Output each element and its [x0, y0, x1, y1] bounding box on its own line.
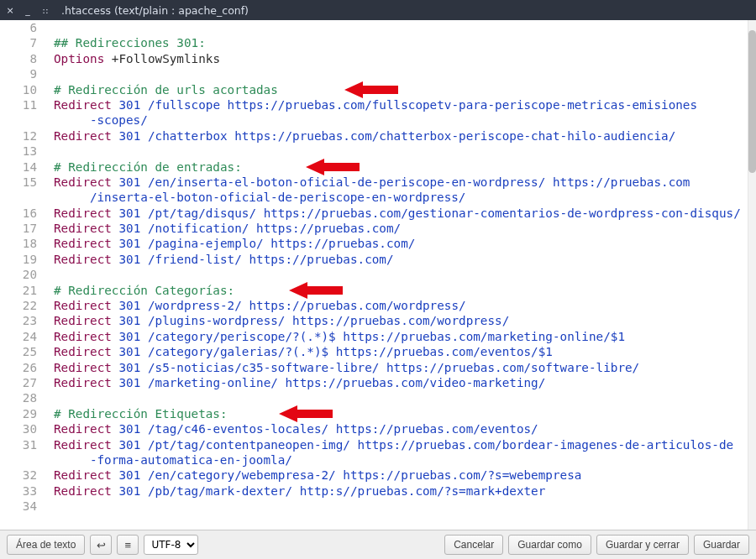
- code-line[interactable]: Redirect 301 /plugins-wordpress/ https:/…: [54, 313, 748, 328]
- code-line[interactable]: [54, 66, 748, 81]
- code-line[interactable]: # Redirección de entradas:: [54, 159, 748, 175]
- code-line[interactable]: [54, 20, 748, 35]
- code-line[interactable]: Redirect 301 /pt/tag/contentpaneopen-img…: [54, 437, 748, 452]
- annotation-arrow-icon: [279, 405, 333, 422]
- line-number: 8: [0, 51, 37, 66]
- code-line[interactable]: Redirect 301 /category/periscope/?(.*)$ …: [54, 329, 748, 344]
- line-number: 26: [0, 360, 37, 375]
- code-line[interactable]: Redirect 301 /pt/tag/disqus/ https://pru…: [54, 206, 748, 221]
- line-number: [0, 190, 37, 205]
- maximize-icon[interactable]: ::: [40, 5, 50, 15]
- line-number: 19: [0, 252, 37, 267]
- svg-marker-3: [279, 405, 333, 422]
- code-line[interactable]: ## Redirecciones 301:: [54, 35, 748, 50]
- wrap-toggle-icon[interactable]: ↩: [90, 535, 112, 555]
- code-line[interactable]: [54, 267, 748, 282]
- code-line[interactable]: Redirect 301 /pb/tag/mark-dexter/ http:s…: [54, 483, 748, 499]
- code-line[interactable]: Redirect 301 /fullscope https://pruebas.…: [54, 97, 748, 112]
- code-line[interactable]: -forma-automatica-en-joomla/: [54, 452, 748, 468]
- line-number: [0, 112, 37, 128]
- line-number: 32: [0, 468, 37, 483]
- close-icon[interactable]: ×: [5, 5, 15, 15]
- line-number: 18: [0, 236, 37, 251]
- minimize-icon[interactable]: _: [23, 5, 33, 15]
- line-number: 9: [0, 66, 37, 81]
- line-number: 10: [0, 82, 37, 97]
- code-line[interactable]: Redirect 301 /s5-noticias/c35-software-l…: [54, 360, 748, 375]
- code-line[interactable]: Redirect 301 /friend-list/ https://prueb…: [54, 252, 748, 267]
- svg-marker-1: [306, 159, 360, 175]
- line-number: 7: [0, 35, 37, 50]
- line-number: 15: [0, 175, 37, 190]
- save-as-button[interactable]: Guardar como: [508, 535, 591, 555]
- line-number: 12: [0, 128, 37, 144]
- save-close-button[interactable]: Guardar y cerrar: [596, 535, 689, 555]
- line-number: 27: [0, 375, 37, 390]
- line-number: 14: [0, 159, 37, 175]
- text-area-button[interactable]: Área de texto: [7, 535, 85, 555]
- line-number: 24: [0, 329, 37, 344]
- line-number: 16: [0, 206, 37, 221]
- line-number: 33: [0, 483, 37, 499]
- line-number: 25: [0, 344, 37, 359]
- code-line[interactable]: Options +FollowSymlinks: [54, 51, 748, 66]
- code-line[interactable]: # Redirección de urls acortadas: [54, 82, 748, 97]
- code-line[interactable]: Redirect 301 /chatterbox https://pruebas…: [54, 128, 748, 144]
- code-line[interactable]: Redirect 301 /tag/c46-eventos-locales/ h…: [54, 421, 748, 436]
- code-line[interactable]: # Redirección Categorías:: [54, 283, 748, 298]
- annotation-arrow-icon: [289, 282, 343, 299]
- line-number: [0, 452, 37, 468]
- line-number: 17: [0, 221, 37, 236]
- code-line[interactable]: [54, 499, 748, 514]
- code-content[interactable]: ## Redirecciones 301:Options +FollowSyml…: [45, 20, 748, 515]
- line-number: 29: [0, 406, 37, 421]
- code-line[interactable]: [54, 144, 748, 159]
- line-number: 23: [0, 313, 37, 328]
- line-number: 6: [0, 20, 37, 35]
- encoding-select[interactable]: UTF-8: [144, 535, 198, 555]
- svg-marker-2: [289, 282, 343, 299]
- code-line[interactable]: Redirect 301 /en/category/webempresa-2/ …: [54, 468, 748, 483]
- line-number: 30: [0, 421, 37, 436]
- code-line[interactable]: Redirect 301 /category/galerias/?(.*)$ h…: [54, 344, 748, 359]
- code-line[interactable]: -scopes/: [54, 112, 748, 128]
- svg-marker-0: [344, 81, 398, 98]
- annotation-arrow-icon: [344, 81, 398, 98]
- code-line[interactable]: Redirect 301 /wordpress-2/ https://prueb…: [54, 298, 748, 313]
- line-number: 20: [0, 267, 37, 282]
- line-number: 21: [0, 283, 37, 298]
- scrollbar-thumb[interactable]: [748, 30, 756, 173]
- scrollbar-track[interactable]: [748, 20, 756, 530]
- line-number: 31: [0, 437, 37, 452]
- code-line[interactable]: Redirect 301 /notification/ https://prue…: [54, 221, 748, 236]
- line-number: 22: [0, 298, 37, 313]
- line-number: 11: [0, 97, 37, 112]
- code-line[interactable]: Redirect 301 /en/inserta-el-boton-oficia…: [54, 175, 748, 190]
- cancel-button[interactable]: Cancelar: [444, 535, 503, 555]
- code-line[interactable]: # Redirección Etiquetas:: [54, 406, 748, 421]
- window-title: .htaccess (text/plain : apache_conf): [61, 4, 249, 17]
- line-number: 28: [0, 390, 37, 405]
- title-bar: × _ :: .htaccess (text/plain : apache_co…: [0, 0, 756, 20]
- code-line[interactable]: Redirect 301 /pagina-ejemplo/ https://pr…: [54, 236, 748, 251]
- code-line[interactable]: Redirect 301 /marketing-online/ https://…: [54, 375, 748, 390]
- line-number: 13: [0, 144, 37, 159]
- line-number: 34: [0, 499, 37, 514]
- code-editor[interactable]: 6789101112131415161718192021222324252627…: [0, 20, 756, 530]
- save-button[interactable]: Guardar: [694, 535, 749, 555]
- settings-icon[interactable]: ≡: [117, 535, 139, 555]
- annotation-arrow-icon: [306, 159, 360, 175]
- line-number-gutter: 6789101112131415161718192021222324252627…: [0, 20, 45, 515]
- code-line[interactable]: /inserta-el-boton-oficial-de-periscope-e…: [54, 190, 748, 205]
- code-line[interactable]: [54, 390, 748, 405]
- footer-toolbar: Área de texto ↩ ≡ UTF-8 Cancelar Guardar…: [0, 530, 756, 559]
